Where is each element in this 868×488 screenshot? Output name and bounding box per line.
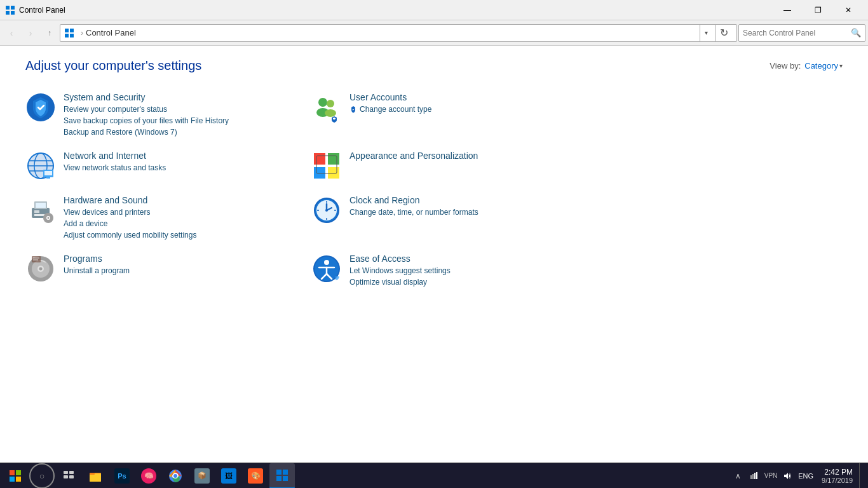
ease-link-1[interactable]: Let Windows suggest settings xyxy=(349,265,585,276)
system-security-title[interactable]: System and Security xyxy=(64,92,299,102)
system-security-link-2[interactable]: Save backup copies of your files with Fi… xyxy=(64,115,299,126)
taskbar-windows-transfer[interactable]: 📦 xyxy=(189,463,215,489)
task-view-button[interactable] xyxy=(56,463,81,489)
hardware-link-3[interactable]: Adjust commonly used mobility settings xyxy=(64,229,299,241)
view-by-control: View by: Category ▾ xyxy=(770,61,843,71)
nav-bar: ‹ › ↑ › Control Panel ▾ ↻ 🔍 xyxy=(0,20,868,46)
svg-rect-67 xyxy=(64,475,68,478)
main-content: Adjust your computer's settings View by:… xyxy=(0,46,868,463)
svg-rect-1 xyxy=(11,6,15,10)
maximize-button[interactable]: ❐ xyxy=(803,0,832,20)
appearance-title[interactable]: Appearance and Personalization xyxy=(349,151,585,161)
forward-button[interactable]: › xyxy=(22,24,39,42)
clock-title[interactable]: Clock and Region xyxy=(349,195,585,205)
svg-rect-80 xyxy=(750,475,752,479)
svg-rect-81 xyxy=(752,474,754,479)
user-accounts-link-1[interactable]: Change account type xyxy=(360,104,431,115)
user-accounts-title[interactable]: User Accounts xyxy=(349,92,585,102)
clock-time: 2:42 PM xyxy=(824,468,853,477)
taskbar-control-panel[interactable] xyxy=(269,463,295,489)
categories-grid: System and Security Review your computer… xyxy=(25,86,597,294)
svg-rect-33 xyxy=(36,203,46,208)
svg-point-36 xyxy=(48,217,50,219)
close-button[interactable]: ✕ xyxy=(834,0,863,20)
appearance-icon xyxy=(311,151,342,181)
refresh-button[interactable]: ↻ xyxy=(715,24,733,42)
svg-rect-4 xyxy=(65,29,69,32)
clock-link-1[interactable]: Change date, time, or number formats xyxy=(349,207,585,218)
svg-point-50 xyxy=(39,268,43,271)
svg-rect-82 xyxy=(754,473,756,479)
svg-point-12 xyxy=(325,109,336,117)
svg-point-11 xyxy=(327,100,334,107)
svg-rect-0 xyxy=(6,6,10,10)
show-desktop-button[interactable] xyxy=(859,463,863,489)
taskbar-brain[interactable]: 🧠 xyxy=(136,463,161,489)
start-button[interactable] xyxy=(3,463,28,489)
ease-icon xyxy=(311,254,342,284)
page-title: Adjust your computer's settings xyxy=(25,58,201,73)
taskbar-explorer[interactable] xyxy=(83,463,108,489)
taskbar-clock[interactable]: 2:42 PM 9/17/2019 xyxy=(817,468,858,484)
category-network: Network and Internet View network status… xyxy=(25,144,311,189)
address-icon xyxy=(64,28,74,38)
tray-vpn[interactable]: VPN xyxy=(763,468,778,484)
svg-rect-64 xyxy=(16,477,21,482)
ease-title[interactable]: Ease of Access xyxy=(349,254,585,264)
svg-rect-63 xyxy=(10,477,15,482)
network-link-1[interactable]: View network status and tasks xyxy=(64,162,299,173)
svg-rect-66 xyxy=(69,471,74,474)
programs-title[interactable]: Programs xyxy=(64,254,299,264)
svg-marker-84 xyxy=(784,473,788,479)
window-title: Control Panel xyxy=(19,6,773,15)
category-clock: Clock and Region Change date, time, or n… xyxy=(311,189,597,247)
view-by-dropdown[interactable]: Category ▾ xyxy=(804,61,843,71)
svg-point-9 xyxy=(318,98,327,107)
taskbar-chrome[interactable] xyxy=(163,463,188,489)
clock-text: Clock and Region Change date, time, or n… xyxy=(349,195,585,218)
tray-chevron[interactable]: ∧ xyxy=(730,468,745,484)
system-security-link-1[interactable]: Review your computer's status xyxy=(64,104,299,115)
clock-date: 9/17/2019 xyxy=(822,477,853,484)
cortana-button[interactable]: ○ xyxy=(29,463,55,489)
hardware-link-2[interactable]: Add a device xyxy=(64,218,299,229)
svg-rect-30 xyxy=(34,210,39,213)
page-header: Adjust your computer's settings View by:… xyxy=(25,58,843,73)
svg-point-75 xyxy=(173,474,177,478)
tray-sound[interactable] xyxy=(780,468,795,484)
svg-rect-62 xyxy=(16,470,21,475)
up-button[interactable]: ↑ xyxy=(41,24,58,42)
hardware-title[interactable]: Hardware and Sound xyxy=(64,195,299,205)
hardware-text: Hardware and Sound View devices and prin… xyxy=(64,195,299,241)
category-appearance: Appearance and Personalization xyxy=(311,144,597,189)
taskbar-photos[interactable]: 🖼 xyxy=(216,463,241,489)
back-button[interactable]: ‹ xyxy=(3,24,20,42)
breadcrumb: Control Panel xyxy=(86,28,136,37)
hardware-link-1[interactable]: View devices and printers xyxy=(64,207,299,218)
programs-text: Programs Uninstall a program xyxy=(64,254,299,276)
network-title[interactable]: Network and Internet xyxy=(64,151,299,161)
system-security-link-3[interactable]: Backup and Restore (Windows 7) xyxy=(64,126,299,138)
search-input[interactable] xyxy=(743,29,848,37)
search-bar[interactable]: 🔍 xyxy=(738,24,865,42)
svg-rect-7 xyxy=(70,34,74,37)
svg-rect-65 xyxy=(64,471,68,474)
network-text: Network and Internet View network status… xyxy=(64,151,299,173)
window-controls: — ❐ ✕ xyxy=(773,0,863,20)
programs-link-1[interactable]: Uninstall a program xyxy=(64,265,299,276)
svg-rect-83 xyxy=(756,472,757,479)
minimize-button[interactable]: — xyxy=(773,0,802,20)
taskbar: ○ Ps 🧠 📦 xyxy=(0,463,868,488)
tray-network[interactable] xyxy=(747,468,762,484)
taskbar-paint[interactable]: 🎨 xyxy=(243,463,268,489)
search-button[interactable]: 🔍 xyxy=(851,28,861,37)
taskbar-photoshop[interactable]: Ps xyxy=(109,463,135,489)
svg-rect-61 xyxy=(10,470,15,475)
network-icon xyxy=(25,151,56,181)
svg-rect-23 xyxy=(46,177,50,179)
view-by-label: View by: xyxy=(770,61,801,71)
ease-link-2[interactable]: Optimize visual display xyxy=(349,276,585,288)
address-dropdown-button[interactable]: ▾ xyxy=(700,24,712,42)
address-bar[interactable]: › Control Panel ▾ ↻ xyxy=(60,24,737,42)
tray-lang[interactable]: ENG xyxy=(796,468,815,484)
